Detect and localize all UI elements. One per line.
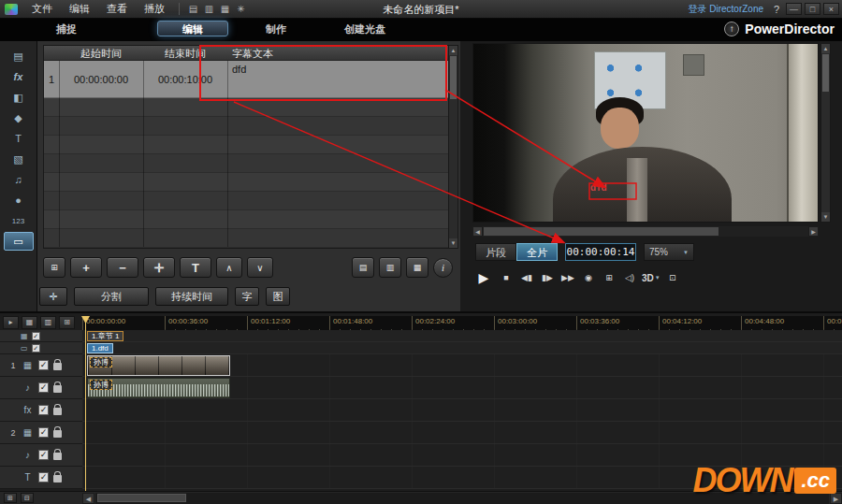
zoom-out-icon[interactable]: ⊟ (21, 493, 34, 503)
timecode-display[interactable]: 00:00:00:14 (565, 243, 636, 261)
chapter-marker[interactable]: 1.章节 1 (87, 331, 123, 341)
undock-preview-button[interactable]: ⊡ (664, 268, 681, 287)
zoom-in-icon[interactable]: ⊞ (4, 493, 17, 503)
settings-gear-icon[interactable]: ✳ (233, 4, 249, 14)
split-button[interactable]: 分割 (74, 287, 149, 306)
track-content[interactable] (82, 399, 842, 422)
subtitle-text-cell[interactable]: dfd (227, 61, 448, 97)
end-time-cell[interactable]: 00:00:10:00 (143, 61, 227, 97)
move-up-button[interactable]: ∧ (216, 257, 242, 278)
track-enable-checkbox[interactable]: ✓ (38, 427, 49, 438)
timeline-ruler[interactable]: 00:00:00:0000:00:36:0000:01:12:0000:01:4… (82, 316, 842, 330)
add-subtitle-button[interactable]: + (70, 257, 102, 278)
select-tool-icon[interactable]: ▸ (3, 316, 19, 329)
track-lock-icon[interactable] (53, 385, 62, 393)
subtitle-row-empty[interactable] (44, 192, 448, 210)
scroll-track[interactable] (483, 226, 808, 237)
dual-preview-button[interactable]: ⊞ (601, 268, 617, 287)
menu-view[interactable]: 查看 (98, 2, 136, 16)
column-start-time[interactable]: 起始时间 (59, 46, 143, 60)
subtitle-row-empty[interactable] (44, 154, 448, 173)
movie-mode-button[interactable]: 全片 (516, 243, 558, 261)
subtitle-marker[interactable]: 1.dfd (87, 343, 113, 353)
subtitle-row-empty[interactable] (44, 210, 448, 229)
subtitle-track-area[interactable]: 1.dfd (82, 342, 842, 354)
audio-clip[interactable]: 孙博 (87, 378, 230, 398)
subtitle-overlay-text[interactable]: dfd (590, 182, 608, 193)
import-file-button[interactable]: ▦ (406, 257, 428, 278)
track-row[interactable]: fx ✓ (0, 399, 842, 422)
directorzone-login-link[interactable]: 登录 DirectorZone (688, 3, 763, 16)
video-clip[interactable]: 孙博 (87, 355, 230, 376)
previous-frame-button[interactable]: ◀▮ (518, 268, 535, 287)
play-button[interactable]: ▶ (473, 268, 494, 287)
subtitle-row-empty[interactable] (44, 117, 448, 136)
title-room-button[interactable]: T (4, 129, 34, 148)
preview-vertical-scrollbar[interactable]: ▲ ▼ (820, 43, 831, 223)
track-lock-icon[interactable] (53, 430, 62, 438)
snapshot-button[interactable]: ◉ (580, 268, 597, 287)
menu-edit[interactable]: 编辑 (61, 2, 98, 16)
clip-mode-button[interactable]: 片段 (475, 243, 516, 261)
sync-subtitle-button[interactable]: ✛ (143, 257, 175, 278)
track-lock-icon[interactable] (53, 408, 62, 415)
subtitle-row-empty[interactable] (44, 229, 448, 248)
zoom-tool-icon[interactable]: ⊞ (59, 316, 75, 329)
scroll-left-icon[interactable]: ◀ (82, 493, 94, 504)
help-button[interactable]: ? (770, 4, 783, 15)
track-enable-checkbox[interactable]: ✓ (38, 405, 49, 415)
particle-room-button[interactable]: ◆ (4, 108, 34, 127)
track-content[interactable] (82, 422, 842, 444)
scroll-up-icon[interactable]: ▲ (449, 46, 457, 55)
track-lock-icon[interactable] (53, 475, 62, 482)
scroll-thumb[interactable] (822, 54, 829, 92)
import-folder-button[interactable]: ▤ (352, 257, 374, 278)
chapter-track-area[interactable]: 1.章节 1 (82, 330, 842, 342)
playhead[interactable] (85, 316, 86, 491)
column-end-time[interactable]: 结束时间 (143, 46, 227, 60)
storyboard-view-icon[interactable]: ▥ (40, 316, 56, 329)
track-enable-checkbox[interactable]: ✓ (32, 332, 40, 340)
effect-room-button[interactable]: fx (4, 67, 34, 86)
stop-button[interactable]: ■ (498, 268, 515, 287)
subtitle-room-button[interactable]: ▭ (4, 232, 34, 251)
track-row[interactable]: 2 ▦ ✓ (0, 422, 842, 444)
zoom-select[interactable]: 75% ▼ (644, 243, 694, 261)
info-button[interactable]: i (433, 258, 453, 278)
app-logo-icon[interactable] (5, 4, 18, 15)
audio-mixing-room-button[interactable]: ♫ (4, 170, 34, 189)
scroll-thumb[interactable] (97, 494, 186, 502)
track-enable-checkbox[interactable]: ✓ (38, 450, 49, 460)
text-format-button[interactable]: T (180, 257, 211, 278)
preview-horizontal-scrollbar[interactable]: ◀ ▶ (472, 226, 819, 237)
volume-button[interactable]: ◁) (621, 268, 638, 287)
minimize-button[interactable]: — (786, 3, 802, 15)
track-lock-icon[interactable] (53, 363, 62, 370)
scroll-down-icon[interactable]: ▼ (821, 212, 830, 222)
scroll-left-icon[interactable]: ◀ (472, 226, 483, 237)
duration-button[interactable]: 持续时间 (155, 287, 228, 306)
track-view-icon[interactable]: ▦ (22, 316, 37, 329)
next-frame-button[interactable]: ▮▶ (539, 268, 556, 287)
subtitle-row-empty[interactable] (44, 136, 448, 154)
display-icon[interactable]: ▦ (217, 4, 233, 14)
scroll-thumb[interactable] (450, 56, 457, 99)
subtitle-row-empty[interactable] (44, 173, 448, 192)
chapter-room-button[interactable]: 123 (4, 211, 34, 230)
start-time-cell[interactable]: 00:00:00:00 (59, 61, 143, 97)
restore-button[interactable]: □ (805, 3, 820, 15)
media-room-button[interactable]: ▤ (4, 47, 34, 65)
add-marker-button[interactable]: ⊞ (43, 257, 65, 278)
track-lock-icon[interactable] (53, 453, 62, 460)
menu-play[interactable]: 播放 (136, 2, 173, 16)
subtitle-text-mode-button[interactable]: 字 (235, 287, 259, 306)
tab-capture[interactable]: 捕捉 (45, 22, 88, 37)
3d-toggle-button[interactable]: 3D ▼ (642, 268, 661, 287)
layout-icon[interactable]: ▥ (201, 4, 217, 14)
track-enable-checkbox[interactable]: ✓ (38, 360, 49, 370)
scroll-thumb[interactable] (484, 227, 719, 236)
track-enable-checkbox[interactable]: ✓ (38, 382, 49, 393)
track-enable-checkbox[interactable]: ✓ (32, 344, 40, 353)
subtitle-scrollbar[interactable]: ▲ ▼ (448, 45, 458, 249)
subtitle-row-selected[interactable]: 1 00:00:00:00 00:00:10:00 dfd (44, 61, 448, 98)
